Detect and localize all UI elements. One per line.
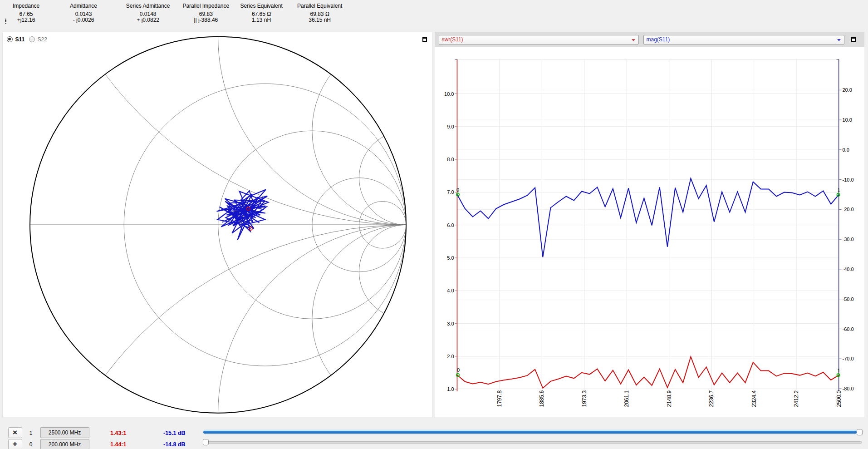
svg-text:0: 0 xyxy=(456,187,459,192)
svg-text:-60.0: -60.0 xyxy=(842,326,853,331)
svg-text:9.0: 9.0 xyxy=(447,123,454,129)
svg-text:10.0: 10.0 xyxy=(444,91,454,96)
svg-text:2061.1: 2061.1 xyxy=(623,390,630,407)
svg-text:-80.0: -80.0 xyxy=(842,386,853,391)
svg-text:2324.4: 2324.4 xyxy=(750,390,757,407)
svg-text:10.0: 10.0 xyxy=(842,117,852,123)
svg-text:5.0: 5.0 xyxy=(447,255,454,261)
svg-text:-10.0: -10.0 xyxy=(842,177,853,182)
svg-text:0: 0 xyxy=(456,367,459,373)
svg-text:20.0: 20.0 xyxy=(842,87,852,93)
svg-text:8.0: 8.0 xyxy=(447,157,454,162)
svg-text:-20.0: -20.0 xyxy=(842,207,853,212)
svg-text:4.0: 4.0 xyxy=(447,288,454,293)
svg-text:1.0: 1.0 xyxy=(447,386,454,392)
svg-text:6.0: 6.0 xyxy=(447,222,454,227)
svg-text:2500.0: 2500.0 xyxy=(835,390,842,407)
svg-text:3.0: 3.0 xyxy=(447,321,454,326)
svg-text:1: 1 xyxy=(837,367,840,373)
svg-text:-50.0: -50.0 xyxy=(842,296,853,301)
svg-text:-70.0: -70.0 xyxy=(842,356,853,361)
svg-text:2236.7: 2236.7 xyxy=(708,390,715,407)
svg-text:1797.8: 1797.8 xyxy=(496,390,502,407)
svg-text:-40.0: -40.0 xyxy=(842,266,853,271)
svg-text:2148.9: 2148.9 xyxy=(666,390,672,407)
svg-text:1973.3: 1973.3 xyxy=(581,390,587,407)
svg-text:-30.0: -30.0 xyxy=(842,237,853,242)
svg-text:0.0: 0.0 xyxy=(842,147,849,152)
svg-text:1885.6: 1885.6 xyxy=(539,390,545,407)
svg-text:7.0: 7.0 xyxy=(447,189,454,195)
svg-text:2.0: 2.0 xyxy=(447,353,454,359)
svg-text:1: 1 xyxy=(837,187,840,192)
svg-text:2412.2: 2412.2 xyxy=(793,390,799,407)
